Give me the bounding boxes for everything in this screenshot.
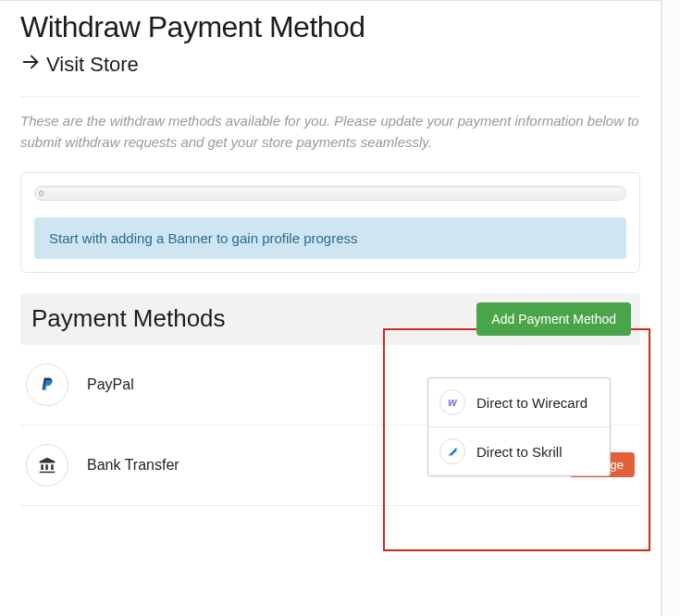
methods-header: Payment Methods Add Payment Method [20, 293, 640, 345]
skrill-icon [439, 438, 465, 464]
dropdown-item-label: Direct to Skrill [476, 444, 563, 460]
payment-method-label: PayPal [87, 376, 134, 393]
dropdown-item-label: Direct to Wirecard [476, 395, 587, 411]
dropdown-item-wirecard[interactable]: w Direct to Wirecard [428, 378, 610, 426]
visit-store-label: Visit Store [46, 53, 139, 77]
progress-bar: 0 [34, 186, 626, 201]
dropdown-item-skrill[interactable]: Direct to Skrill [428, 426, 610, 475]
paypal-icon [26, 363, 68, 406]
add-method-dropdown: w Direct to Wirecard Direct to Skrill [427, 377, 611, 476]
add-payment-method-button[interactable]: Add Payment Method [476, 302, 631, 336]
progress-card: 0 Start with adding a Banner to gain pro… [20, 172, 640, 273]
page-title: Withdraw Payment Method [20, 1, 640, 44]
payment-method-label: Bank Transfer [87, 457, 179, 474]
scrollbar-gutter [661, 0, 680, 616]
methods-title: Payment Methods [30, 304, 226, 333]
wirecard-icon: w [439, 389, 465, 415]
visit-store-link[interactable]: Visit Store [20, 52, 139, 78]
bank-icon [26, 444, 68, 487]
intro-text: These are the withdraw methods available… [20, 110, 640, 154]
progress-banner: Start with adding a Banner to gain profi… [34, 217, 626, 259]
divider [20, 96, 640, 97]
arrow-right-icon [20, 52, 41, 78]
